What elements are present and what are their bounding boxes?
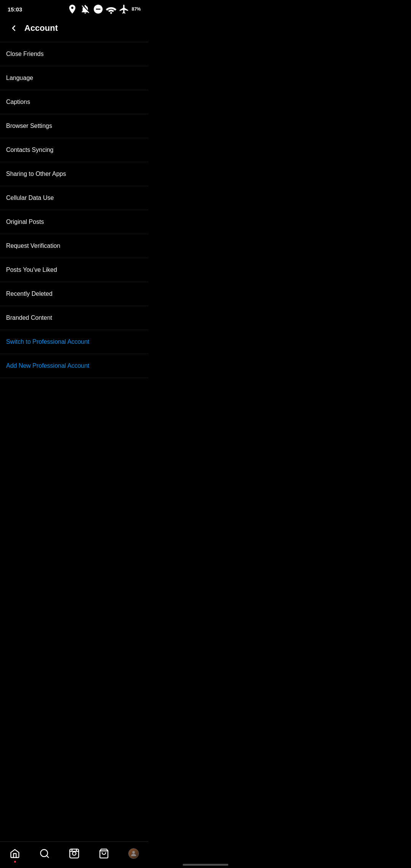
menu-item-label-contacts-syncing: Contacts Syncing <box>6 147 54 153</box>
location-icon <box>67 4 78 14</box>
menu-item-label-close-friends: Close Friends <box>6 51 44 57</box>
menu-item-recently-deleted[interactable]: Recently Deleted <box>0 282 148 306</box>
menu-item-label-recently-deleted: Recently Deleted <box>6 290 53 297</box>
menu-item-posts-youve-liked[interactable]: Posts You've Liked <box>0 258 148 282</box>
menu-item-request-verification[interactable]: Request Verification <box>0 234 148 258</box>
menu-list: Close FriendsLanguageCaptionsBrowser Set… <box>0 42 148 378</box>
menu-item-label-posts-youve-liked: Posts You've Liked <box>6 266 57 273</box>
menu-item-label-request-verification: Request Verification <box>6 243 60 249</box>
menu-item-language[interactable]: Language <box>0 66 148 90</box>
menu-item-original-posts[interactable]: Original Posts <box>0 210 148 234</box>
menu-item-close-friends[interactable]: Close Friends <box>0 42 148 66</box>
page-header: Account <box>0 17 148 42</box>
back-arrow-icon <box>9 24 18 33</box>
menu-item-contacts-syncing[interactable]: Contacts Syncing <box>0 138 148 162</box>
menu-item-label-cellular-data-use: Cellular Data Use <box>6 195 54 201</box>
airplane-icon <box>119 4 129 14</box>
status-bar: 15:03 87% <box>0 0 148 17</box>
bell-muted-icon <box>80 4 91 14</box>
back-button[interactable] <box>6 21 21 36</box>
settings-content: Close FriendsLanguageCaptionsBrowser Set… <box>0 42 148 408</box>
battery-indicator: 87% <box>132 6 141 12</box>
menu-item-label-branded-content: Branded Content <box>6 314 52 321</box>
menu-item-label-add-new-professional: Add New Professional Account <box>6 362 89 369</box>
menu-item-cellular-data-use[interactable]: Cellular Data Use <box>0 186 148 210</box>
menu-item-label-browser-settings: Browser Settings <box>6 123 52 129</box>
menu-item-switch-to-professional[interactable]: Switch to Professional Account <box>0 330 148 354</box>
menu-item-label-captions: Captions <box>6 99 30 105</box>
menu-item-sharing-to-other-apps[interactable]: Sharing to Other Apps <box>0 162 148 186</box>
wifi-icon <box>106 4 116 14</box>
dnd-icon <box>93 4 104 14</box>
menu-item-label-original-posts: Original Posts <box>6 219 44 225</box>
menu-item-branded-content[interactable]: Branded Content <box>0 306 148 330</box>
status-time: 15:03 <box>8 6 22 13</box>
menu-item-captions[interactable]: Captions <box>0 90 148 114</box>
menu-item-label-language: Language <box>6 75 33 81</box>
page-title: Account <box>24 23 58 33</box>
menu-item-add-new-professional[interactable]: Add New Professional Account <box>0 354 148 378</box>
menu-item-browser-settings[interactable]: Browser Settings <box>0 114 148 138</box>
menu-item-label-sharing-to-other-apps: Sharing to Other Apps <box>6 171 66 177</box>
menu-item-label-switch-to-professional: Switch to Professional Account <box>6 338 89 345</box>
status-icons: 87% <box>67 4 141 14</box>
